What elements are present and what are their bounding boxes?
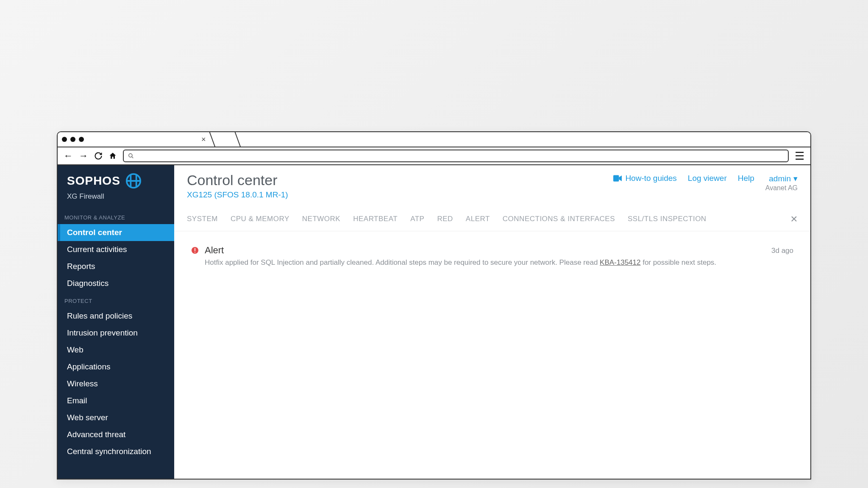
brand-logo-icon <box>125 173 142 189</box>
how-to-guides-label: How-to guides <box>625 174 676 183</box>
reload-button[interactable] <box>94 152 103 160</box>
svg-rect-6 <box>613 175 619 182</box>
help-label: Help <box>738 174 754 183</box>
page-header: Control center XG125 (SFOS 18.0.1 MR-1) … <box>174 165 810 203</box>
tab-atp[interactable]: ATP <box>410 215 424 223</box>
browser-menu-button[interactable]: ☰ <box>795 150 804 163</box>
svg-rect-8 <box>195 248 195 251</box>
page-title: Control center <box>187 172 613 189</box>
sidebar-item-label: Control center <box>67 228 122 237</box>
browser-tab[interactable]: × <box>87 132 215 147</box>
log-viewer-link[interactable]: Log viewer <box>688 174 727 183</box>
sidebar-item-reports[interactable]: Reports <box>58 258 174 275</box>
browser-tabbar: × <box>58 132 810 147</box>
nav-section-label: MONITOR & ANALYZE <box>58 208 174 224</box>
sidebar-item-label: Current activities <box>67 245 127 254</box>
brand-block: SOPHOS <box>58 171 174 191</box>
how-to-guides-link[interactable]: How-to guides <box>613 174 676 183</box>
sidebar-item-web-server[interactable]: Web server <box>58 409 174 426</box>
alert-description: Hotfix applied for SQL Injection and par… <box>205 258 765 268</box>
home-button[interactable] <box>108 152 117 160</box>
user-org-label: Avanet AG <box>765 184 798 192</box>
window-dot-icon[interactable] <box>62 137 67 142</box>
back-button[interactable]: ← <box>64 151 73 161</box>
tab-ssl-tls[interactable]: SSL/TLS INSPECTION <box>628 215 707 223</box>
address-bar[interactable] <box>123 150 789 162</box>
svg-rect-9 <box>195 252 195 253</box>
brand-product: XG Firewall <box>58 191 174 208</box>
sidebar-item-label: Advanced threat <box>67 430 125 439</box>
help-link[interactable]: Help <box>738 174 754 183</box>
close-tab-icon[interactable]: × <box>201 135 206 144</box>
alert-row: Alert Hotfix applied for SQL Injection a… <box>174 231 810 281</box>
sidebar-item-diagnostics[interactable]: Diagnostics <box>58 275 174 292</box>
page-subtitle: XG125 (SFOS 18.0.1 MR-1) <box>187 190 613 200</box>
window-dot-icon[interactable] <box>70 137 75 142</box>
window-controls[interactable] <box>62 137 84 142</box>
nav-section-label: PROTECT <box>58 292 174 308</box>
app-frame: SOPHOS XG Firewall MONITOR & ANALYZE Con… <box>58 165 810 479</box>
sidebar-item-label: Rules and policies <box>67 311 132 320</box>
search-icon <box>128 153 134 159</box>
main-panel: Control center XG125 (SFOS 18.0.1 MR-1) … <box>174 165 810 479</box>
browser-tab-new[interactable] <box>210 132 241 147</box>
log-viewer-label: Log viewer <box>688 174 727 183</box>
sidebar-item-web[interactable]: Web <box>58 341 174 358</box>
sidebar-item-central-sync[interactable]: Central synchronization <box>58 443 174 460</box>
alert-desc-pre: Hotfix applied for SQL Injection and par… <box>205 258 600 266</box>
sidebar-item-applications[interactable]: Applications <box>58 358 174 375</box>
tab-red[interactable]: RED <box>437 215 453 223</box>
sidebar-item-intrusion-prevention[interactable]: Intrusion prevention <box>58 324 174 341</box>
sidebar-item-advanced-threat[interactable]: Advanced threat <box>58 426 174 443</box>
sidebar-item-label: Email <box>67 396 87 405</box>
tab-network[interactable]: NETWORK <box>302 215 340 223</box>
close-panel-button[interactable]: × <box>790 213 798 225</box>
video-icon <box>613 175 622 182</box>
user-name-label: admin <box>769 174 791 183</box>
alert-kba-link[interactable]: KBA-135412 <box>600 258 640 266</box>
brand-name: SOPHOS <box>67 174 120 188</box>
tab-heartbeat[interactable]: HEARTBEAT <box>353 215 398 223</box>
tab-system[interactable]: SYSTEM <box>187 215 218 223</box>
svg-point-0 <box>129 154 132 157</box>
alert-icon <box>191 247 199 256</box>
chevron-down-icon: ▾ <box>793 174 798 183</box>
sidebar-item-wireless[interactable]: Wireless <box>58 375 174 392</box>
user-menu[interactable]: admin ▾ Avanet AG <box>765 174 798 192</box>
tab-alert[interactable]: ALERT <box>466 215 490 223</box>
tab-cpu-memory[interactable]: CPU & MEMORY <box>231 215 289 223</box>
sidebar-item-email[interactable]: Email <box>58 392 174 409</box>
sidebar-item-label: Web <box>67 345 83 354</box>
sidebar-item-label: Reports <box>67 262 95 271</box>
window-dot-icon[interactable] <box>79 137 84 142</box>
sidebar-item-label: Applications <box>67 362 110 371</box>
sidebar-item-label: Central synchronization <box>67 447 151 456</box>
sidebar: SOPHOS XG Firewall MONITOR & ANALYZE Con… <box>58 165 174 479</box>
sidebar-item-label: Web server <box>67 413 108 422</box>
tab-connections-interfaces[interactable]: CONNECTIONS & INTERFACES <box>503 215 615 223</box>
browser-window: × ← → ☰ SOPHOS <box>57 131 811 480</box>
sidebar-item-current-activities[interactable]: Current activities <box>58 241 174 258</box>
sidebar-item-control-center[interactable]: Control center <box>58 224 174 241</box>
alert-desc-post: for possible next steps. <box>640 258 716 266</box>
alert-title: Alert <box>205 245 765 256</box>
sidebar-item-label: Wireless <box>67 379 98 388</box>
widget-tabs: SYSTEM CPU & MEMORY NETWORK HEARTBEAT AT… <box>174 203 810 231</box>
sidebar-item-label: Intrusion prevention <box>67 328 138 337</box>
forward-button[interactable]: → <box>79 151 88 161</box>
svg-line-1 <box>132 157 134 158</box>
browser-toolbar: ← → ☰ <box>58 147 810 165</box>
sidebar-item-label: Diagnostics <box>67 279 108 288</box>
alert-timestamp: 3d ago <box>771 247 793 255</box>
sidebar-item-rules-policies[interactable]: Rules and policies <box>58 308 174 324</box>
